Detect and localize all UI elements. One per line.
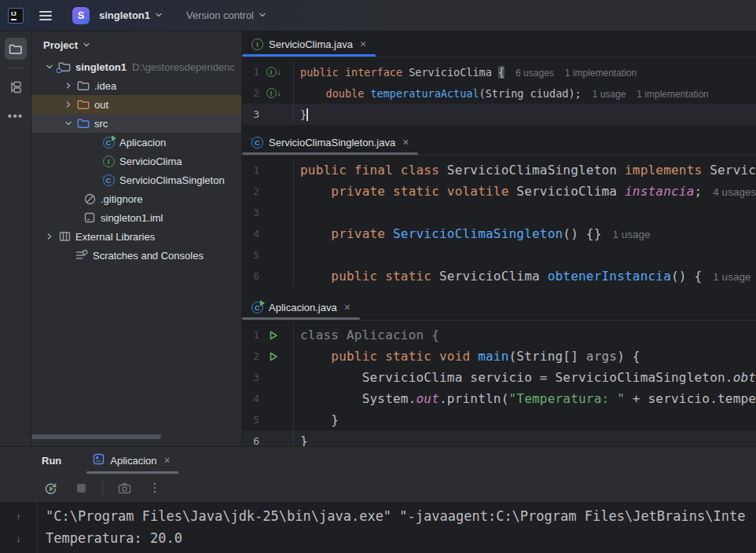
code-token: obtenerInstancia <box>733 370 756 385</box>
tab-ServicioClimaSingleton.java[interactable]: C◦ServicioClimaSingleton.java× <box>242 130 418 155</box>
scroll-down-icon[interactable]: ↓ <box>16 527 21 549</box>
tab-title: Aplicacion.java <box>269 302 337 313</box>
tree-item-out[interactable]: out <box>31 95 242 114</box>
more-button[interactable]: ⋮ <box>145 478 164 497</box>
code-area: 1I↓public interface ServicioClima {6 usa… <box>242 57 756 125</box>
chevron-down-icon <box>83 39 90 51</box>
project-switcher[interactable]: singleton1 <box>90 6 169 24</box>
file-icon <box>82 212 97 223</box>
project-panel-title: Project <box>43 39 78 51</box>
code-text: ServicioClima servicio = ServicioClimaSi… <box>294 370 756 385</box>
run-tab-title: Aplicacion <box>110 455 156 467</box>
close-icon[interactable]: × <box>401 136 410 148</box>
chevron-down-icon[interactable] <box>61 119 75 127</box>
code-line: 4 System.out.println("Temperatura: " + s… <box>242 388 756 409</box>
screenshot-button[interactable] <box>115 478 134 497</box>
code-line: 1class Aplicacion { <box>242 324 756 346</box>
tree-item-external-libraries[interactable]: External Libraries <box>31 227 242 246</box>
code-text: } <box>294 434 308 446</box>
rerun-button[interactable] <box>41 478 60 497</box>
chevron-down-icon <box>259 9 266 21</box>
impl-gutter-icon[interactable]: I↓ <box>259 88 288 98</box>
editor-tab-bar: C◦ServicioClimaSingleton.java× <box>242 130 756 156</box>
divider <box>102 482 103 494</box>
class-icon: C◦ <box>251 136 263 148</box>
code-text: public final class ServicioClimaSingleto… <box>294 163 756 178</box>
line-number: 2 <box>242 350 259 362</box>
project-tree: singleton1D:\gestoresdependenc.ideaoutsr… <box>31 57 241 265</box>
project-panel-header[interactable]: Project <box>31 31 241 57</box>
main-menu-icon[interactable] <box>39 11 52 20</box>
interface-icon: I <box>101 156 116 167</box>
run-gutter-icon[interactable] <box>259 331 288 340</box>
close-icon[interactable]: × <box>358 38 368 50</box>
editor-tab-bar: CAplicacion.java× <box>242 295 756 320</box>
tree-item-label: Aplicacion <box>119 137 166 148</box>
vcs-widget[interactable]: Version control <box>169 6 273 24</box>
tab-ServicioClima.java[interactable]: IServicioClima.java× <box>242 31 376 57</box>
tab-Aplicacion.java[interactable]: CAplicacion.java× <box>242 295 360 320</box>
ide-window: IJ S singleton1 Version control ••• Proj… <box>0 0 756 553</box>
run-panel-title: Run <box>42 455 61 467</box>
code-text: System.out.println("Temperatura: " + ser… <box>294 391 756 406</box>
line-number: 4 <box>242 393 259 405</box>
tree-item-servicioclima[interactable]: IServicioClima <box>31 152 242 170</box>
close-icon[interactable]: × <box>163 454 172 467</box>
tool-strip-project-folder-tool[interactable] <box>5 38 27 60</box>
run-toolbar: ⋮ <box>0 474 756 502</box>
console-line: Temperatura: 20.0 <box>46 527 745 549</box>
chevron-right-icon[interactable] <box>42 233 57 240</box>
impl-gutter-icon[interactable]: I↓ <box>259 67 288 77</box>
divider <box>8 68 24 68</box>
code-token: ) { <box>617 349 640 364</box>
project-avatar[interactable]: S <box>72 7 90 24</box>
code-text: } <box>294 412 339 427</box>
gutter: 4 <box>242 388 294 409</box>
tool-strip-structure-tool[interactable] <box>5 76 27 98</box>
tool-window-strip: ••• <box>0 31 31 446</box>
code-token: main <box>478 349 508 364</box>
run-tab-aplicacion[interactable]: Aplicacion × <box>86 447 178 474</box>
code-token: public static <box>331 269 439 284</box>
tool-strip-more-tools[interactable]: ••• <box>8 109 24 123</box>
code-text: public interface ServicioClima {6 usages… <box>294 66 637 79</box>
editor-Aplicacion.java: CAplicacion.java×1class Aplicacion {2 pu… <box>242 295 756 446</box>
gutter: 3 <box>242 104 294 125</box>
close-icon[interactable]: × <box>343 301 352 313</box>
tree-item-singleton1-iml[interactable]: singleton1.iml <box>31 208 242 227</box>
gutter: 5 <box>242 244 294 266</box>
stop-button[interactable] <box>72 478 90 497</box>
line-number: 1 <box>242 329 259 341</box>
scroll-up-icon[interactable]: ↑ <box>16 505 21 527</box>
run-gutter-icon[interactable] <box>259 352 288 361</box>
tree-item-label: .gitignore <box>101 193 142 205</box>
tree-item--gitignore[interactable]: .gitignore <box>31 189 242 208</box>
chevron-right-icon[interactable] <box>61 101 75 108</box>
console: ↑ ↓ "C:\Program Files\Java\jdk-25\bin\ja… <box>0 502 756 553</box>
line-number: 3 <box>242 207 259 218</box>
tree-item-src[interactable]: src <box>31 114 242 133</box>
gutter: 6 <box>242 430 294 446</box>
tree-item-label: .idea <box>94 80 116 92</box>
gutter: 2 <box>242 346 294 367</box>
tree-item-label: Scratches and Consoles <box>93 250 204 262</box>
code-line: 5 <box>242 244 756 266</box>
tree-item-label: ServicioClimaSingleton <box>119 174 225 186</box>
code-line: 6 public static ServicioClima obtenerIns… <box>242 266 756 287</box>
tree-item-scratches-and-consoles[interactable]: Scratches and Consoles <box>31 246 242 265</box>
code-token: public final class <box>300 163 447 178</box>
horizontal-scrollbar[interactable] <box>31 434 161 439</box>
code-token: } <box>300 108 306 121</box>
tree-item-aplicacion[interactable]: CAplicacion <box>31 133 242 152</box>
chevron-down-icon[interactable] <box>42 63 57 71</box>
tree-item-servicioclimasingleton[interactable]: C◦ServicioClimaSingleton <box>31 170 242 189</box>
code-text: private static volatile ServicioClima in… <box>294 184 756 199</box>
chevron-right-icon[interactable] <box>61 82 75 90</box>
code-text: public static ServicioClima obtenerInsta… <box>294 269 750 284</box>
tree-item--idea[interactable]: .idea <box>31 76 242 95</box>
code-token: } <box>300 412 339 427</box>
tree-item-singleton1[interactable]: singleton1D:\gestoresdependenc <box>31 57 242 76</box>
project-name: singleton1 <box>99 9 150 21</box>
editor-area: IServicioClima.java×1I↓public interface … <box>242 31 756 446</box>
inlay-hint: 1 usage <box>613 229 651 240</box>
